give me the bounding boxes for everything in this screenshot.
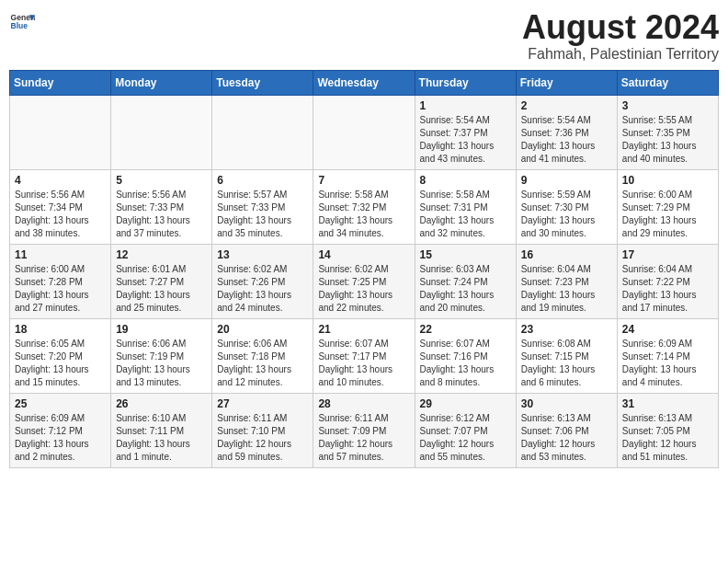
cell-date: 4 — [15, 174, 106, 187]
calendar-cell: 22Sunrise: 6:07 AM Sunset: 7:16 PM Dayli… — [415, 318, 516, 393]
cell-date: 8 — [420, 174, 511, 187]
calendar-cell: 12Sunrise: 6:01 AM Sunset: 7:27 PM Dayli… — [111, 244, 212, 318]
calendar-cell: 27Sunrise: 6:11 AM Sunset: 7:10 PM Dayli… — [212, 393, 313, 467]
cell-info: Sunrise: 5:56 AM Sunset: 7:34 PM Dayligh… — [15, 189, 106, 240]
cell-info: Sunrise: 5:56 AM Sunset: 7:33 PM Dayligh… — [116, 189, 207, 240]
cell-date: 14 — [318, 248, 409, 261]
cell-date: 24 — [622, 323, 713, 336]
title-area: August 2024 Fahmah, Palestinian Territor… — [522, 9, 719, 63]
calendar-cell: 26Sunrise: 6:10 AM Sunset: 7:11 PM Dayli… — [111, 393, 212, 467]
cell-info: Sunrise: 6:06 AM Sunset: 7:19 PM Dayligh… — [116, 338, 207, 389]
calendar-day-header: Tuesday — [212, 70, 313, 95]
calendar-cell: 9Sunrise: 5:59 AM Sunset: 7:30 PM Daylig… — [516, 169, 617, 244]
cell-info: Sunrise: 6:00 AM Sunset: 7:29 PM Dayligh… — [622, 189, 713, 240]
cell-date: 17 — [622, 248, 713, 261]
cell-date: 30 — [521, 397, 612, 410]
calendar-cell: 29Sunrise: 6:12 AM Sunset: 7:07 PM Dayli… — [415, 393, 516, 467]
calendar-cell: 20Sunrise: 6:06 AM Sunset: 7:18 PM Dayli… — [212, 318, 313, 393]
cell-info: Sunrise: 6:09 AM Sunset: 7:14 PM Dayligh… — [622, 338, 713, 389]
cell-info: Sunrise: 6:03 AM Sunset: 7:24 PM Dayligh… — [420, 263, 511, 315]
cell-info: Sunrise: 6:07 AM Sunset: 7:17 PM Dayligh… — [318, 338, 409, 389]
logo: General Blue — [9, 9, 35, 35]
cell-date: 15 — [420, 248, 511, 261]
cell-date: 28 — [318, 397, 409, 410]
calendar-day-header: Monday — [111, 70, 212, 95]
cell-date: 6 — [217, 174, 308, 187]
cell-info: Sunrise: 6:04 AM Sunset: 7:22 PM Dayligh… — [622, 263, 713, 315]
calendar-cell: 5Sunrise: 5:56 AM Sunset: 7:33 PM Daylig… — [111, 169, 212, 244]
page-header: General Blue August 2024 Fahmah, Palesti… — [9, 9, 719, 63]
cell-date: 21 — [318, 323, 409, 336]
cell-date: 7 — [318, 174, 409, 187]
cell-info: Sunrise: 5:58 AM Sunset: 7:32 PM Dayligh… — [318, 189, 409, 240]
calendar-cell — [212, 95, 313, 169]
svg-text:Blue: Blue — [11, 21, 28, 30]
cell-info: Sunrise: 6:09 AM Sunset: 7:12 PM Dayligh… — [15, 412, 106, 464]
cell-info: Sunrise: 6:01 AM Sunset: 7:27 PM Dayligh… — [116, 263, 207, 315]
cell-info: Sunrise: 6:02 AM Sunset: 7:26 PM Dayligh… — [217, 263, 308, 315]
calendar-cell: 7Sunrise: 5:58 AM Sunset: 7:32 PM Daylig… — [313, 169, 415, 244]
cell-info: Sunrise: 6:06 AM Sunset: 7:18 PM Dayligh… — [217, 338, 308, 389]
cell-info: Sunrise: 6:12 AM Sunset: 7:07 PM Dayligh… — [420, 412, 511, 464]
calendar-cell: 24Sunrise: 6:09 AM Sunset: 7:14 PM Dayli… — [617, 318, 718, 393]
cell-info: Sunrise: 5:55 AM Sunset: 7:35 PM Dayligh… — [622, 114, 713, 166]
calendar-cell: 21Sunrise: 6:07 AM Sunset: 7:17 PM Dayli… — [313, 318, 415, 393]
page-title: August 2024 — [522, 9, 719, 46]
cell-info: Sunrise: 6:13 AM Sunset: 7:05 PM Dayligh… — [622, 412, 713, 464]
cell-date: 29 — [420, 397, 511, 410]
calendar-cell — [313, 95, 415, 169]
page-subtitle: Fahmah, Palestinian Territory — [522, 46, 719, 63]
cell-date: 19 — [116, 323, 207, 336]
calendar-cell — [10, 95, 111, 169]
calendar-cell: 13Sunrise: 6:02 AM Sunset: 7:26 PM Dayli… — [212, 244, 313, 318]
calendar-day-header: Thursday — [415, 70, 516, 95]
calendar-cell: 8Sunrise: 5:58 AM Sunset: 7:31 PM Daylig… — [415, 169, 516, 244]
calendar-week-row: 4Sunrise: 5:56 AM Sunset: 7:34 PM Daylig… — [10, 169, 719, 244]
cell-date: 20 — [217, 323, 308, 336]
calendar-cell: 15Sunrise: 6:03 AM Sunset: 7:24 PM Dayli… — [415, 244, 516, 318]
calendar-cell: 1Sunrise: 5:54 AM Sunset: 7:37 PM Daylig… — [415, 95, 516, 169]
calendar-day-header: Friday — [516, 70, 617, 95]
cell-info: Sunrise: 6:08 AM Sunset: 7:15 PM Dayligh… — [521, 338, 612, 389]
cell-info: Sunrise: 5:57 AM Sunset: 7:33 PM Dayligh… — [217, 189, 308, 240]
calendar-week-row: 1Sunrise: 5:54 AM Sunset: 7:37 PM Daylig… — [10, 95, 719, 169]
calendar-header-row: SundayMondayTuesdayWednesdayThursdayFrid… — [10, 70, 719, 95]
cell-date: 3 — [622, 99, 713, 112]
cell-date: 26 — [116, 397, 207, 410]
logo-icon: General Blue — [9, 9, 35, 35]
cell-date: 2 — [521, 99, 612, 112]
cell-info: Sunrise: 6:04 AM Sunset: 7:23 PM Dayligh… — [521, 263, 612, 315]
calendar-week-row: 18Sunrise: 6:05 AM Sunset: 7:20 PM Dayli… — [10, 318, 719, 393]
cell-date: 25 — [15, 397, 106, 410]
calendar-day-header: Sunday — [10, 70, 111, 95]
cell-date: 22 — [420, 323, 511, 336]
cell-date: 11 — [15, 248, 106, 261]
cell-info: Sunrise: 6:10 AM Sunset: 7:11 PM Dayligh… — [116, 412, 207, 464]
calendar-cell: 10Sunrise: 6:00 AM Sunset: 7:29 PM Dayli… — [617, 169, 718, 244]
cell-info: Sunrise: 6:02 AM Sunset: 7:25 PM Dayligh… — [318, 263, 409, 315]
calendar-week-row: 25Sunrise: 6:09 AM Sunset: 7:12 PM Dayli… — [10, 393, 719, 467]
calendar-cell: 30Sunrise: 6:13 AM Sunset: 7:06 PM Dayli… — [516, 393, 617, 467]
cell-date: 16 — [521, 248, 612, 261]
cell-info: Sunrise: 5:54 AM Sunset: 7:36 PM Dayligh… — [521, 114, 612, 166]
cell-info: Sunrise: 6:11 AM Sunset: 7:10 PM Dayligh… — [217, 412, 308, 464]
cell-date: 5 — [116, 174, 207, 187]
cell-info: Sunrise: 5:59 AM Sunset: 7:30 PM Dayligh… — [521, 189, 612, 240]
calendar-cell: 16Sunrise: 6:04 AM Sunset: 7:23 PM Dayli… — [516, 244, 617, 318]
calendar-cell: 25Sunrise: 6:09 AM Sunset: 7:12 PM Dayli… — [10, 393, 111, 467]
calendar-cell: 17Sunrise: 6:04 AM Sunset: 7:22 PM Dayli… — [617, 244, 718, 318]
calendar-cell: 4Sunrise: 5:56 AM Sunset: 7:34 PM Daylig… — [10, 169, 111, 244]
cell-date: 9 — [521, 174, 612, 187]
cell-info: Sunrise: 6:05 AM Sunset: 7:20 PM Dayligh… — [15, 338, 106, 389]
calendar-cell: 6Sunrise: 5:57 AM Sunset: 7:33 PM Daylig… — [212, 169, 313, 244]
calendar-day-header: Wednesday — [313, 70, 415, 95]
calendar-week-row: 11Sunrise: 6:00 AM Sunset: 7:28 PM Dayli… — [10, 244, 719, 318]
cell-info: Sunrise: 5:58 AM Sunset: 7:31 PM Dayligh… — [420, 189, 511, 240]
calendar-cell: 31Sunrise: 6:13 AM Sunset: 7:05 PM Dayli… — [617, 393, 718, 467]
calendar-day-header: Saturday — [617, 70, 718, 95]
cell-info: Sunrise: 6:00 AM Sunset: 7:28 PM Dayligh… — [15, 263, 106, 315]
cell-date: 13 — [217, 248, 308, 261]
cell-date: 18 — [15, 323, 106, 336]
cell-info: Sunrise: 5:54 AM Sunset: 7:37 PM Dayligh… — [420, 114, 511, 166]
calendar-cell: 23Sunrise: 6:08 AM Sunset: 7:15 PM Dayli… — [516, 318, 617, 393]
